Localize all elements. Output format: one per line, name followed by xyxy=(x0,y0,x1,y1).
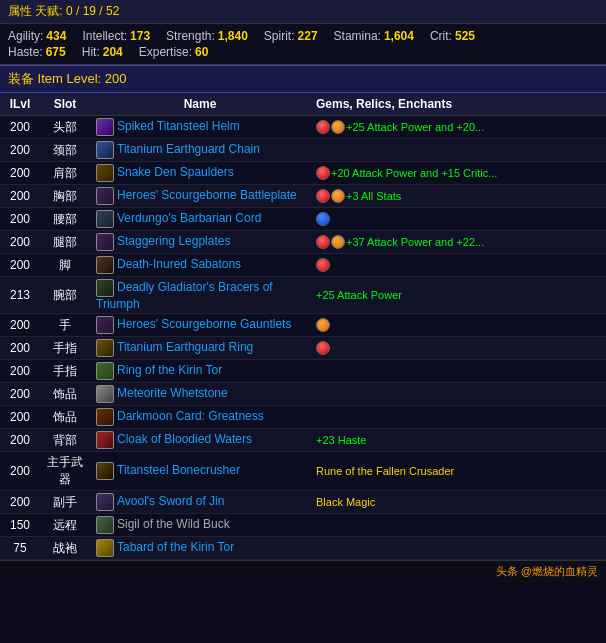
cell-gems-enchants xyxy=(310,537,606,560)
item-name[interactable]: Death-Inured Sabatons xyxy=(117,257,241,271)
cell-ilvl: 200 xyxy=(0,116,40,139)
stat-item: Hit:204 xyxy=(82,45,123,59)
stat-value: 1,604 xyxy=(384,29,414,43)
top-bar: 属性 天赋: 0 / 19 / 52 xyxy=(0,0,606,24)
item-name[interactable]: Verdungo's Barbarian Cord xyxy=(117,211,261,225)
item-name[interactable]: Titanium Earthguard Ring xyxy=(117,340,253,354)
stat-item: Spirit:227 xyxy=(264,29,318,43)
cell-name[interactable]: Tabard of the Kirin Tor xyxy=(90,537,310,560)
cell-gems-enchants: Black Magic xyxy=(310,491,606,514)
cell-name[interactable]: Death-Inured Sabatons xyxy=(90,254,310,277)
item-icon xyxy=(96,362,114,380)
table-row: 200主手武器Titansteel BonecrusherRune of the… xyxy=(0,452,606,491)
item-icon xyxy=(96,385,114,403)
item-name[interactable]: Ring of the Kirin Tor xyxy=(117,363,222,377)
item-name[interactable]: Snake Den Spaulders xyxy=(117,165,234,179)
item-icon xyxy=(96,431,114,449)
cell-ilvl: 75 xyxy=(0,537,40,560)
item-name[interactable]: Avool's Sword of Jin xyxy=(117,494,224,508)
cell-slot: 腕部 xyxy=(40,277,90,314)
cell-name[interactable]: Spiked Titansteel Helm xyxy=(90,116,310,139)
item-name[interactable]: Titanium Earthguard Chain xyxy=(117,142,260,156)
item-icon xyxy=(96,164,114,182)
stat-label: Agility: xyxy=(8,29,43,43)
table-header-row: ILvl Slot Name Gems, Relics, Enchants xyxy=(0,93,606,116)
cell-ilvl: 200 xyxy=(0,139,40,162)
cell-ilvl: 200 xyxy=(0,314,40,337)
stat-label: Spirit: xyxy=(264,29,295,43)
stat-value: 173 xyxy=(130,29,150,43)
col-ilvl: ILvl xyxy=(0,93,40,116)
cell-name[interactable]: Cloak of Bloodied Waters xyxy=(90,429,310,452)
stats-row-2: Haste:675Hit:204Expertise:60 xyxy=(8,44,598,60)
item-name[interactable]: Heroes' Scourgeborne Gauntlets xyxy=(117,317,291,331)
cell-slot: 手指 xyxy=(40,337,90,360)
cell-name[interactable]: Titanium Earthguard Ring xyxy=(90,337,310,360)
item-icon xyxy=(96,187,114,205)
item-name[interactable]: Tabard of the Kirin Tor xyxy=(117,540,234,554)
cell-slot: 腿部 xyxy=(40,231,90,254)
item-name[interactable]: Sigil of the Wild Buck xyxy=(117,517,230,531)
equip-header: 装备 Item Level: 200 xyxy=(0,65,606,93)
stat-label: Haste: xyxy=(8,45,43,59)
item-name[interactable]: Cloak of Bloodied Waters xyxy=(117,432,252,446)
stats-row-1: Agility:434Intellect:173Strength:1,840Sp… xyxy=(8,28,598,44)
item-icon xyxy=(96,408,114,426)
cell-name[interactable]: Meteorite Whetstone xyxy=(90,383,310,406)
enchant-text: +20 Attack Power and +15 Critic... xyxy=(331,167,497,179)
stat-item: Stamina:1,604 xyxy=(334,29,414,43)
cell-name[interactable]: Heroes' Scourgeborne Battleplate xyxy=(90,185,310,208)
cell-name[interactable]: Verdungo's Barbarian Cord xyxy=(90,208,310,231)
stat-value: 525 xyxy=(455,29,475,43)
gem-red-icon xyxy=(316,341,330,355)
cell-gems-enchants: +23 Haste xyxy=(310,429,606,452)
gem-blue-icon xyxy=(316,212,330,226)
cell-ilvl: 200 xyxy=(0,254,40,277)
cell-ilvl: 200 xyxy=(0,429,40,452)
cell-name[interactable]: Ring of the Kirin Tor xyxy=(90,360,310,383)
enchant-text: +3 All Stats xyxy=(346,190,401,202)
item-name[interactable]: Titansteel Bonecrusher xyxy=(117,463,240,477)
cell-gems-enchants: Rune of the Fallen Crusader xyxy=(310,452,606,491)
item-name[interactable]: Deadly Gladiator's Bracers of Triumph xyxy=(96,280,273,311)
item-icon xyxy=(96,210,114,228)
gem-red-icon xyxy=(316,189,330,203)
footer-text: 头条 @燃烧的血精灵 xyxy=(496,564,598,579)
item-name[interactable]: Meteorite Whetstone xyxy=(117,386,228,400)
cell-gems-enchants xyxy=(310,254,606,277)
cell-gems-enchants: +20 Attack Power and +15 Critic... xyxy=(310,162,606,185)
cell-name[interactable]: Titanium Earthguard Chain xyxy=(90,139,310,162)
cell-slot: 头部 xyxy=(40,116,90,139)
table-row: 200脚Death-Inured Sabatons xyxy=(0,254,606,277)
stat-label: Intellect: xyxy=(82,29,127,43)
table-row: 200腰部Verdungo's Barbarian Cord xyxy=(0,208,606,231)
cell-name[interactable]: Titansteel Bonecrusher xyxy=(90,452,310,491)
stat-label: Strength: xyxy=(166,29,215,43)
item-name[interactable]: Darkmoon Card: Greatness xyxy=(117,409,264,423)
gem-orange-icon xyxy=(316,318,330,332)
cell-slot: 远程 xyxy=(40,514,90,537)
cell-slot: 主手武器 xyxy=(40,452,90,491)
cell-name[interactable]: Darkmoon Card: Greatness xyxy=(90,406,310,429)
cell-gems-enchants: +3 All Stats xyxy=(310,185,606,208)
cell-name[interactable]: Sigil of the Wild Buck xyxy=(90,514,310,537)
cell-gems-enchants xyxy=(310,314,606,337)
cell-gems-enchants xyxy=(310,514,606,537)
table-row: 200背部Cloak of Bloodied Waters+23 Haste xyxy=(0,429,606,452)
item-name[interactable]: Staggering Legplates xyxy=(117,234,230,248)
cell-gems-enchants: +37 Attack Power and +22... xyxy=(310,231,606,254)
gem-red-icon xyxy=(316,166,330,180)
cell-name[interactable]: Avool's Sword of Jin xyxy=(90,491,310,514)
item-icon xyxy=(96,516,114,534)
cell-name[interactable]: Deadly Gladiator's Bracers of Triumph xyxy=(90,277,310,314)
cell-name[interactable]: Staggering Legplates xyxy=(90,231,310,254)
item-icon xyxy=(96,339,114,357)
table-row: 200肩部Snake Den Spaulders+20 Attack Power… xyxy=(0,162,606,185)
item-name[interactable]: Spiked Titansteel Helm xyxy=(117,119,240,133)
cell-name[interactable]: Snake Den Spaulders xyxy=(90,162,310,185)
cell-name[interactable]: Heroes' Scourgeborne Gauntlets xyxy=(90,314,310,337)
item-name[interactable]: Heroes' Scourgeborne Battleplate xyxy=(117,188,297,202)
stat-label: Stamina: xyxy=(334,29,381,43)
cell-slot: 饰品 xyxy=(40,406,90,429)
stat-value: 204 xyxy=(103,45,123,59)
